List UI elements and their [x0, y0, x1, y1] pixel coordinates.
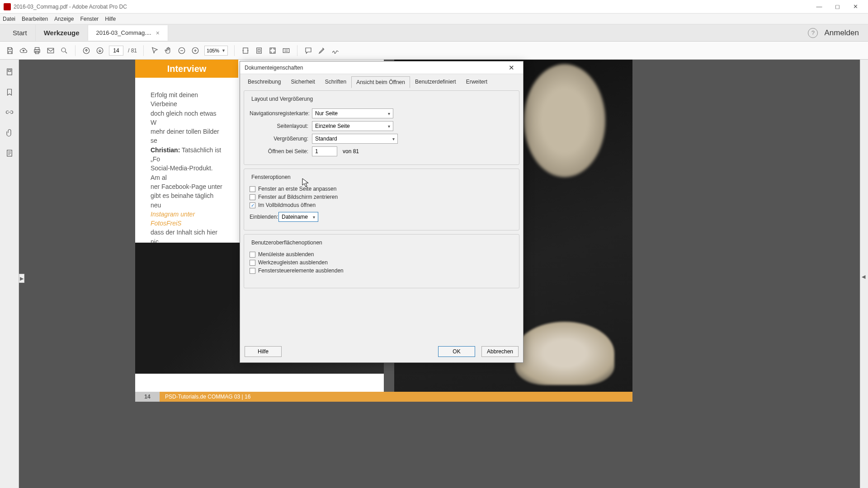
checkbox-hide-window-controls[interactable]	[250, 268, 255, 274]
document-body-text: Erfolg mit deinen Vierbeine doch gleich …	[151, 90, 223, 265]
window-title: 2016-03_Commag.pdf - Adobe Acrobat Pro D…	[14, 4, 127, 10]
checkbox-hide-menubar[interactable]	[250, 252, 255, 258]
group-ui-options: Benutzeroberflächenoptionen Menüleiste a…	[244, 234, 519, 288]
checkbox-hide-toolbars-label: Werkzeugleisten ausblenden	[258, 259, 328, 266]
magnification-select[interactable]: Standard▾	[312, 134, 398, 144]
svg-point-4	[61, 48, 66, 52]
checkbox-resize-window[interactable]	[250, 186, 255, 192]
save-icon[interactable]	[5, 46, 14, 55]
tab-start[interactable]: Start	[5, 25, 36, 41]
tab-fonts[interactable]: Schriften	[320, 76, 351, 88]
dialog-body: Layout und Vergrößerung Navigationsregis…	[240, 88, 523, 343]
dialog-footer: Hilfe OK Abbrechen	[240, 343, 523, 362]
page-layout-select[interactable]: Einzelne Seite▾	[312, 121, 393, 131]
next-page-icon[interactable]	[95, 46, 104, 55]
tab-description[interactable]: Beschreibung	[243, 76, 286, 88]
checkbox-center-window[interactable]	[250, 194, 255, 200]
nav-tab-select[interactable]: Nur Seite▾	[312, 108, 393, 118]
dialog-close-button[interactable]: ✕	[504, 64, 519, 72]
checkbox-hide-menubar-label: Menüleiste ausblenden	[258, 251, 314, 258]
zoom-out-icon[interactable]	[177, 46, 186, 55]
dialog-tabs: Beschreibung Sicherheit Schriften Ansich…	[240, 74, 523, 88]
checkbox-fullscreen-open[interactable]: ✓	[250, 202, 255, 208]
help-icon[interactable]: ?	[808, 28, 818, 38]
thumbnails-icon[interactable]	[5, 68, 14, 78]
page-footer-text: PSD-Tutorials.de COMMAG 03 | 16	[165, 394, 250, 400]
group-ui-legend: Benutzeroberflächenoptionen	[250, 239, 324, 246]
checkbox-center-window-label: Fenster auf Bildschirm zentrieren	[258, 194, 338, 200]
attachment-icon[interactable]	[5, 129, 14, 139]
expand-right-arrow-icon[interactable]: ◀	[862, 274, 865, 280]
zoom-select[interactable]: 105%▼	[204, 46, 228, 56]
mail-icon[interactable]	[46, 46, 55, 55]
menu-window[interactable]: Fenster	[80, 16, 99, 22]
right-sidebar-collapsed[interactable]: ◀	[860, 60, 868, 488]
checkbox-hide-toolbars[interactable]	[250, 260, 255, 266]
tab-security[interactable]: Sicherheit	[286, 76, 320, 88]
bookmark-icon[interactable]	[5, 88, 14, 99]
app-icon	[4, 3, 11, 10]
read-mode-icon[interactable]	[282, 46, 291, 55]
fullscreen-icon[interactable]	[268, 46, 277, 55]
page-footer: 14 PSD-Tutorials.de COMMAG 03 | 16	[135, 392, 632, 402]
dialog-title-text: Dokumenteigenschaften	[245, 65, 303, 71]
group-layout-legend: Layout und Vergrößerung	[250, 96, 315, 102]
print-icon[interactable]	[33, 46, 42, 55]
window-close-button[interactable]: ✕	[846, 0, 864, 13]
open-page-input[interactable]	[312, 146, 337, 156]
open-page-total: von 81	[343, 148, 359, 155]
menu-help[interactable]: Hilfe	[105, 16, 116, 22]
window-minimize-button[interactable]: —	[810, 0, 828, 13]
page-number-input[interactable]	[109, 46, 123, 56]
menubar: Datei Bearbeiten Anzeige Fenster Hilfe	[0, 14, 868, 24]
tab-tools[interactable]: Werkzeuge	[36, 25, 88, 41]
dialog-titlebar: Dokumenteigenschaften ✕	[240, 61, 523, 74]
prev-page-icon[interactable]	[82, 46, 91, 55]
svg-rect-0	[35, 47, 39, 50]
svg-rect-3	[47, 48, 54, 53]
signature-icon[interactable]	[331, 46, 340, 55]
magnification-label: Vergrößerung:	[250, 136, 308, 142]
fit-page-icon[interactable]	[255, 46, 264, 55]
svg-rect-10	[257, 48, 262, 53]
tab-custom[interactable]: Benutzerdefiniert	[410, 76, 461, 88]
login-link[interactable]: Anmelden	[824, 28, 863, 38]
tabstrip: Start Werkzeuge 2016-03_Commag.... × ? A…	[0, 24, 868, 42]
toolbar: / 81 105%▼	[0, 42, 868, 60]
window-maximize-button[interactable]: ◻	[828, 0, 846, 13]
show-select[interactable]: Dateiname▾	[278, 212, 318, 222]
fit-width-icon[interactable]	[241, 46, 250, 55]
checkbox-hide-window-controls-label: Fenstersteuerelemente ausblenden	[258, 267, 344, 274]
hand-tool-icon[interactable]	[164, 46, 173, 55]
group-window-options: Fensteroptionen Fenster an erste Seite a…	[244, 169, 519, 230]
nav-tab-label: Navigationsregisterkarte:	[250, 110, 308, 117]
ok-button[interactable]: OK	[438, 346, 475, 357]
link-icon[interactable]	[5, 108, 14, 119]
tab-document-label: 2016-03_Commag....	[96, 29, 151, 36]
svg-rect-11	[270, 48, 275, 53]
menu-file[interactable]: Datei	[3, 16, 15, 22]
menu-edit[interactable]: Bearbeiten	[22, 16, 48, 22]
tab-advanced[interactable]: Erweitert	[461, 76, 492, 88]
help-button[interactable]: Hilfe	[245, 346, 282, 357]
cursor-tool-icon[interactable]	[150, 46, 159, 55]
layers-icon[interactable]	[5, 149, 14, 160]
tab-initial-view[interactable]: Ansicht beim Öffnen	[351, 76, 410, 88]
left-sidebar	[0, 60, 19, 488]
comment-icon[interactable]	[304, 46, 313, 55]
open-page-label: Öffnen bei Seite:	[250, 148, 308, 155]
highlight-icon[interactable]	[317, 46, 326, 55]
tab-close-button[interactable]: ×	[156, 29, 160, 37]
tab-document[interactable]: 2016-03_Commag.... ×	[88, 25, 168, 41]
zoom-in-icon[interactable]	[191, 46, 200, 55]
svg-rect-12	[283, 48, 289, 52]
watermark-logo-icon	[155, 373, 177, 396]
cancel-button[interactable]: Abbrechen	[481, 346, 519, 357]
document-properties-dialog: Dokumenteigenschaften ✕ Beschreibung Sic…	[240, 61, 524, 363]
interview-heading: Interview	[135, 60, 238, 78]
expand-left-arrow-icon[interactable]: ▶	[19, 274, 24, 283]
group-window-legend: Fensteroptionen	[250, 174, 292, 180]
menu-view[interactable]: Anzeige	[54, 16, 74, 22]
search-icon[interactable]	[60, 46, 69, 55]
cloud-icon[interactable]	[19, 46, 28, 55]
